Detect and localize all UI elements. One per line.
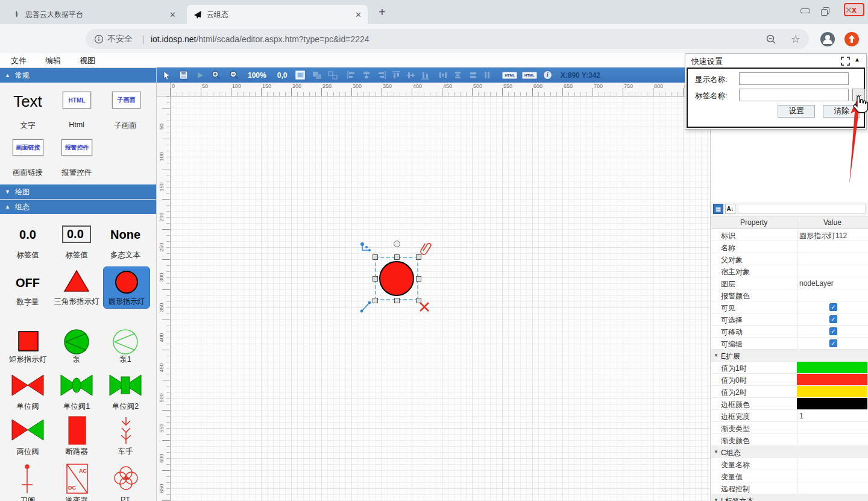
menu-file[interactable]: 文件	[11, 55, 27, 66]
distribute-v-icon[interactable]	[454, 69, 462, 81]
palette-item-tagvalue-preview[interactable]: 0.0	[4, 228, 52, 242]
clear-button[interactable]: 清除	[823, 105, 860, 118]
property-row[interactable]: 宿主对象	[711, 265, 868, 277]
canvas-grid[interactable]	[171, 96, 710, 501]
window-restore-button[interactable]	[816, 5, 833, 17]
property-row[interactable]: 远程控制	[711, 482, 868, 494]
align-center-icon[interactable]	[362, 69, 371, 81]
property-row[interactable]: 渐变颜色	[711, 434, 868, 446]
menu-edit[interactable]: 编辑	[45, 55, 61, 66]
palette-item-alarm-preview[interactable]: 报警控件	[61, 139, 92, 156]
same-size-icon[interactable]	[469, 69, 477, 81]
checkbox-checked-icon[interactable]: ✓	[829, 303, 837, 311]
canvas-settings-icon[interactable]	[295, 69, 305, 81]
color-swatch[interactable]	[797, 386, 867, 397]
palette-item-digital-preview[interactable]: OFF	[4, 276, 52, 290]
tag-name-input[interactable]	[739, 89, 849, 101]
property-row[interactable]: 名称	[711, 241, 868, 253]
property-row[interactable]: 边框颜色	[711, 398, 868, 410]
new-tab-button[interactable]: +	[379, 6, 386, 18]
categorized-view-button[interactable]: ▦	[713, 204, 723, 214]
property-group-row[interactable]: ▼L标签文本	[711, 494, 868, 501]
design-canvas[interactable]: 050 100150 200250 300350 400450 500550 6…	[157, 83, 710, 501]
checkbox-checked-icon[interactable]: ✓	[829, 327, 837, 335]
save-icon[interactable]	[179, 69, 188, 81]
run-icon[interactable]	[197, 69, 204, 81]
property-row[interactable]: 报警颜色	[711, 289, 868, 301]
ungroup-icon[interactable]	[328, 69, 338, 81]
info-icon[interactable]	[94, 34, 104, 44]
browser-update-icon[interactable]	[844, 31, 860, 47]
property-filter-input[interactable]	[738, 204, 866, 214]
resize-handle-n[interactable]	[394, 254, 400, 260]
palette-item-circle-indicator-selected[interactable]: 圆形指示灯	[103, 266, 150, 309]
select-cursor-icon[interactable]	[163, 69, 171, 81]
pump-icon[interactable]	[63, 329, 90, 355]
browser-tab-2[interactable]: 云组态 ✕	[187, 5, 368, 24]
connector-node-icon[interactable]	[359, 241, 373, 254]
property-row[interactable]: 可移动✓	[711, 326, 868, 338]
color-swatch[interactable]	[797, 374, 867, 385]
property-row[interactable]: 值为2时	[711, 386, 868, 398]
tab1-close-icon[interactable]: ✕	[169, 10, 176, 19]
property-row[interactable]: 变量值	[711, 470, 868, 482]
palette-section-drawing[interactable]: ▼ 绘图	[0, 184, 156, 199]
window-minimize-button[interactable]	[797, 5, 814, 17]
inverter-icon[interactable]: ACDC	[66, 463, 89, 494]
dock-icon[interactable]	[841, 57, 850, 66]
profile-avatar-icon[interactable]	[820, 31, 835, 47]
checkbox-checked-icon[interactable]: ✓	[829, 339, 837, 347]
property-row[interactable]: 标识圆形指示灯112	[711, 229, 868, 241]
breaker-icon[interactable]	[68, 416, 86, 445]
distribute-h-icon[interactable]	[439, 69, 447, 81]
property-row[interactable]: 父对象	[711, 253, 868, 265]
zoom-in-icon[interactable]	[211, 69, 221, 81]
resize-handle-s[interactable]	[394, 298, 400, 303]
zoom-out-icon[interactable]	[229, 69, 239, 81]
zoom-out-page-icon[interactable]	[766, 34, 776, 45]
color-swatch[interactable]	[797, 362, 867, 373]
palette-item-multitext-preview[interactable]: None	[101, 228, 149, 242]
align-left-icon[interactable]	[347, 69, 356, 81]
group-icon[interactable]	[312, 69, 322, 81]
property-row[interactable]: 可编辑✓	[711, 338, 868, 350]
property-row[interactable]: 变量名称	[711, 458, 868, 470]
property-group-row[interactable]: ▼E扩展	[711, 350, 868, 362]
valve1-icon[interactable]	[60, 374, 93, 397]
property-row[interactable]: 图层nodeLayer	[711, 277, 868, 289]
resize-handle-sw[interactable]	[373, 298, 378, 303]
align-middle-icon[interactable]	[407, 69, 415, 81]
palette-item-subscreen-preview[interactable]: 子画面	[112, 92, 140, 109]
valve2-icon[interactable]	[108, 374, 142, 397]
palette-item-screenlink-preview[interactable]: 画面链接	[13, 139, 43, 156]
rect-indicator-icon[interactable]	[17, 330, 39, 352]
delete-x-icon[interactable]	[419, 301, 430, 312]
tag-browse-button[interactable]: ...	[852, 89, 865, 101]
palette-item-tagvalue2-preview[interactable]: 0.0	[62, 225, 91, 243]
tab2-close-icon[interactable]: ✕	[355, 10, 362, 19]
checkbox-checked-icon[interactable]: ✓	[829, 315, 837, 323]
palette-section-general[interactable]: ▲ 常规	[0, 68, 156, 83]
color-swatch[interactable]	[797, 398, 867, 409]
about-info-icon[interactable]: i	[543, 69, 552, 81]
display-name-input[interactable]	[739, 72, 849, 85]
collapse-panel-icon[interactable]: ▲	[854, 56, 860, 63]
property-row[interactable]: 边框宽度1	[711, 410, 868, 422]
palette-section-scada[interactable]: ▲ 组态	[0, 200, 156, 214]
knife-switch-icon[interactable]	[19, 463, 35, 496]
palette-item-text-preview[interactable]: Text	[4, 92, 52, 111]
resize-handle-e[interactable]	[416, 276, 421, 282]
valve-icon[interactable]	[11, 374, 45, 397]
attach-paperclip-icon[interactable]	[420, 241, 433, 256]
bookmark-star-icon[interactable]: ☆	[791, 33, 800, 46]
link-line-icon[interactable]	[360, 300, 372, 314]
resize-handle-w[interactable]	[373, 276, 378, 282]
browser-tab-1[interactable]: 思普云大数据平台 ✕	[6, 5, 182, 24]
pause-icon[interactable]	[484, 69, 490, 81]
align-bottom-icon[interactable]	[421, 69, 429, 81]
two-position-valve-icon[interactable]	[11, 418, 45, 441]
handcart-icon[interactable]	[115, 416, 137, 445]
palette-item-html-preview[interactable]: HTML	[63, 92, 91, 109]
menu-view[interactable]: 视图	[80, 55, 95, 66]
property-row[interactable]: 值为0时	[711, 374, 868, 386]
